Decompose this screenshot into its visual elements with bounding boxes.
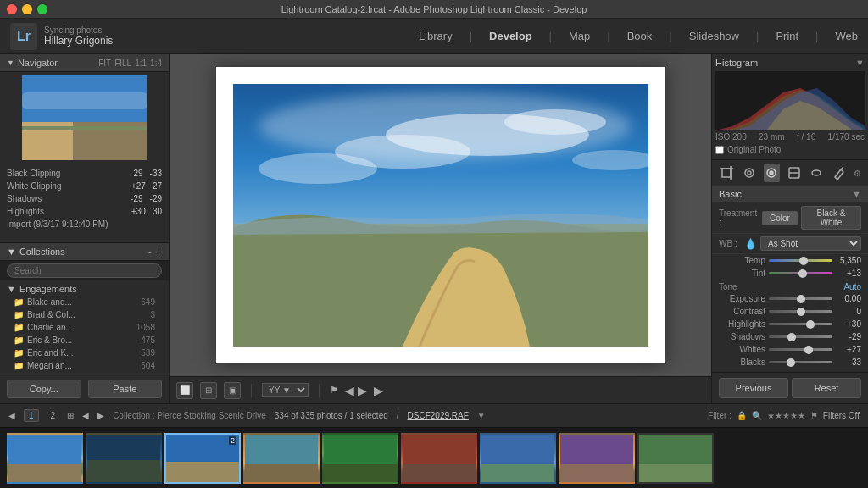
nav-slideshow[interactable]: Slideshow — [689, 30, 739, 42]
status-back[interactable]: ◀ — [82, 411, 89, 420]
collection-item[interactable]: 📁Blake and... 649 — [0, 296, 169, 308]
nav-library[interactable]: Library — [419, 30, 453, 42]
filmstrip-item[interactable] — [243, 433, 320, 484]
filmstrip-item[interactable] — [322, 433, 398, 484]
spot-removal-tool[interactable] — [742, 164, 758, 182]
view-loupe-btn[interactable]: ⬜ — [176, 382, 193, 399]
flag-icon[interactable]: ⚑ — [330, 385, 338, 396]
svg-point-23 — [770, 171, 773, 175]
settings-icon[interactable]: ▼ — [477, 411, 486, 420]
play-btn[interactable]: ▶ — [374, 384, 383, 397]
svg-rect-1 — [22, 92, 147, 109]
tint-track[interactable] — [769, 272, 832, 274]
auto-btn[interactable]: Auto — [843, 282, 861, 291]
whites-track[interactable] — [769, 348, 832, 351]
next-arrow[interactable]: ▶ — [358, 384, 367, 397]
filmstrip-item[interactable] — [86, 433, 162, 484]
contrast-thumb[interactable] — [797, 308, 805, 316]
shadows-track[interactable] — [769, 336, 832, 338]
sort-dropdown[interactable]: YY ▼ — [262, 383, 309, 397]
exposure-thumb[interactable] — [797, 295, 805, 303]
treatment-label: Treatment : — [719, 208, 759, 227]
nav-book[interactable]: Book — [627, 30, 653, 42]
basic-menu[interactable]: ▼ — [852, 189, 861, 199]
page-number-1[interactable]: 1 — [24, 409, 39, 422]
minimize-icon[interactable] — [22, 4, 32, 14]
eyedropper-icon[interactable]: 💧 — [744, 238, 757, 250]
contrast-track[interactable] — [769, 310, 832, 313]
page-number-2[interactable]: 2 — [47, 410, 59, 421]
color-treatment-btn[interactable]: Color — [762, 211, 798, 225]
whites-thumb[interactable] — [804, 346, 813, 354]
reset-button[interactable]: Reset — [792, 378, 861, 398]
blacks-track[interactable] — [769, 361, 832, 363]
tint-value: +13 — [836, 269, 861, 278]
toolbar-nav: ◀ ▶ — [345, 384, 367, 397]
star-rating[interactable]: ★★★★★ — [767, 411, 805, 420]
crop-tool[interactable] — [719, 164, 735, 182]
nav-map[interactable]: Map — [569, 30, 590, 42]
collections-add-btn[interactable]: + — [157, 247, 162, 257]
temp-track[interactable] — [769, 259, 832, 262]
adjustment-brush-tool[interactable] — [832, 164, 848, 182]
collection-item[interactable]: 📁Brad & Col... 3 — [0, 308, 169, 321]
svg-point-9 — [504, 109, 606, 135]
filmstrip-item[interactable] — [401, 433, 477, 484]
1-1-btn[interactable]: 1:1 — [135, 58, 147, 68]
nav-web[interactable]: Web — [836, 30, 859, 42]
window-title: Lightroom Catalog-2.lrcat - Adobe Photos… — [281, 4, 587, 14]
filter-search-icon[interactable]: 🔍 — [752, 411, 762, 420]
1-4-btn[interactable]: 1:4 — [150, 58, 162, 68]
window-controls — [7, 4, 47, 14]
wb-dropdown[interactable]: As Shot Auto Daylight Custom — [760, 236, 861, 251]
blacks-thumb[interactable] — [787, 358, 795, 367]
prev-arrow[interactable]: ◀ — [345, 384, 354, 397]
user-name: Hillary Grigonis — [44, 35, 419, 47]
paste-button[interactable]: Paste — [88, 380, 163, 398]
histogram-menu[interactable]: ▼ — [855, 58, 865, 68]
view-compare-btn[interactable]: ▣ — [224, 382, 241, 399]
status-count: 334 of 335 photos / 1 selected — [275, 411, 388, 420]
copy-button[interactable]: Copy... — [7, 380, 81, 398]
filmstrip-item[interactable] — [7, 433, 83, 484]
collection-item[interactable]: 📁Eric and K... 539 — [0, 347, 169, 359]
previous-button[interactable]: Previous — [719, 378, 788, 398]
highlights-track[interactable] — [769, 323, 832, 325]
panel-options-icon[interactable]: ⚙ — [854, 169, 861, 178]
flag-filter[interactable]: ⚑ — [810, 411, 818, 420]
collection-item[interactable]: 📁Megan an... 604 — [0, 359, 169, 372]
status-forward[interactable]: ▶ — [97, 411, 104, 420]
red-eye-tool[interactable] — [764, 164, 780, 182]
collection-item[interactable]: 📁Charlie an... 1058 — [0, 321, 169, 334]
temp-thumb[interactable] — [799, 257, 808, 265]
nav-develop[interactable]: Develop — [489, 30, 532, 42]
radial-gradient-tool[interactable] — [809, 164, 825, 182]
filmstrip-item[interactable] — [637, 433, 714, 484]
grid-view-btn[interactable]: ⊞ — [67, 411, 74, 420]
exposure-track[interactable] — [769, 297, 832, 300]
nav-print[interactable]: Print — [776, 30, 798, 42]
adj-white-clipping: White Clipping +27 27 — [7, 180, 162, 192]
filename[interactable]: DSCF2029.RAF — [408, 411, 469, 420]
filmstrip-item[interactable] — [559, 433, 635, 484]
filmstrip-item[interactable] — [480, 433, 556, 484]
highlights-thumb[interactable] — [806, 320, 815, 329]
collections-minus-btn[interactable]: - — [148, 247, 152, 257]
shadows-thumb[interactable] — [787, 333, 796, 341]
search-input[interactable] — [7, 263, 162, 278]
fit-btn[interactable]: FIT — [98, 58, 111, 68]
original-photo-checkbox[interactable] — [715, 146, 724, 154]
bw-treatment-btn[interactable]: Black & White — [801, 206, 861, 230]
tint-thumb[interactable] — [798, 269, 807, 278]
collection-item[interactable]: 📁Eric & Bro... 475 — [0, 334, 169, 347]
filter-lock-icon[interactable]: 🔒 — [737, 411, 747, 420]
filmstrip-item-selected[interactable]: 2 — [164, 433, 241, 484]
nav-prev-arrow[interactable]: ◀ — [8, 411, 15, 420]
close-icon[interactable] — [7, 4, 17, 14]
linear-gradient-tool[interactable] — [787, 164, 803, 182]
filter-section: Filter : 🔒 🔍 ★★★★★ ⚑ Filters Off — [708, 411, 860, 420]
left-panel: ▼ Navigator FIT FILL 1:1 1:4 — [0, 54, 170, 403]
maximize-icon[interactable] — [37, 4, 47, 14]
fill-btn[interactable]: FILL — [114, 58, 131, 68]
view-grid-btn[interactable]: ⊞ — [200, 382, 217, 399]
